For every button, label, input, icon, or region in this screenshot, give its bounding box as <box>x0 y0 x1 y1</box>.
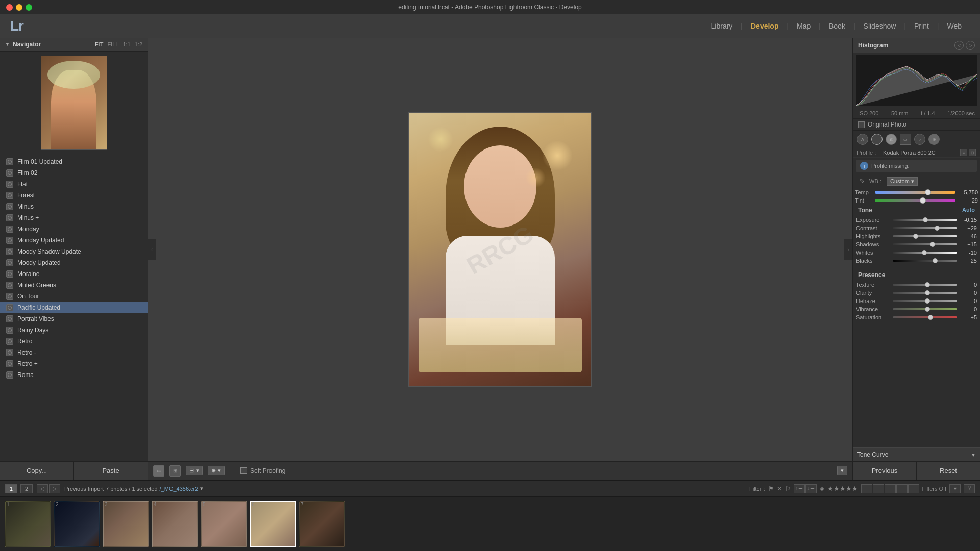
wb-temp-icon[interactable] <box>871 134 883 145</box>
wb-radial-icon[interactable]: ⊙ <box>928 134 940 145</box>
preset-retro[interactable]: Retro <box>0 336 148 347</box>
fit-fit[interactable]: FIT <box>95 41 104 47</box>
nav-map[interactable]: Map <box>789 20 819 32</box>
dehaze-track[interactable] <box>893 300 957 302</box>
preset-pacificupdated[interactable]: Pacific Updated <box>0 302 148 313</box>
filters-dropdown[interactable]: ▾ <box>949 484 961 493</box>
sort-asc[interactable]: ↑☰ <box>794 484 805 493</box>
texture-track[interactable] <box>893 284 957 286</box>
single-view-button[interactable]: ▭ <box>153 465 164 477</box>
preset-portraitvibes[interactable]: Portrait Vibes <box>0 313 148 324</box>
dehaze-thumb[interactable] <box>925 298 930 304</box>
soft-proof-checkbox[interactable] <box>240 467 247 474</box>
maximize-button[interactable] <box>26 4 32 11</box>
film-photo-2[interactable]: 2 <box>54 501 100 547</box>
preset-film02[interactable]: Film 02 <box>0 167 148 179</box>
rating-filter-4[interactable] <box>896 484 908 493</box>
clarity-thumb[interactable] <box>925 290 930 295</box>
exposure-track[interactable] <box>893 219 957 221</box>
highlights-track[interactable] <box>893 235 957 237</box>
nav-library[interactable]: Library <box>703 20 741 32</box>
texture-thumb[interactable] <box>925 282 930 287</box>
original-photo-checkbox[interactable] <box>858 121 865 128</box>
minimize-button[interactable] <box>16 4 22 11</box>
tint-slider-track[interactable] <box>875 199 955 202</box>
histogram-clipping-shadows[interactable]: ◁ <box>954 41 964 50</box>
film-photo-6[interactable]: 6 <box>250 501 296 547</box>
sort-desc[interactable]: ↓☰ <box>805 484 817 493</box>
filter-color-icon[interactable]: ◈ <box>820 485 824 492</box>
fit-1to2[interactable]: 1:2 <box>135 41 142 47</box>
film-photo-4[interactable]: 4 <box>152 501 198 547</box>
rating-filter-5[interactable] <box>908 484 919 493</box>
filter-reject-icon[interactable]: ✕ <box>777 485 782 492</box>
nav-slideshow[interactable]: Slideshow <box>855 20 904 32</box>
blacks-track[interactable] <box>893 260 957 262</box>
wb-bw-icon[interactable]: ◐ <box>886 134 897 145</box>
fit-fill[interactable]: FILL <box>107 41 118 47</box>
preset-film01updated[interactable]: Film 01 Updated <box>0 156 148 167</box>
overlay-dropdown[interactable]: ⊕▾ <box>208 466 225 475</box>
wb-dropdown[interactable]: Custom ▾ <box>887 177 918 186</box>
filter-flag-icon[interactable]: ⚑ <box>768 485 774 492</box>
right-panel-collapse-arrow[interactable]: › <box>844 239 852 260</box>
tone-auto-button[interactable]: Auto <box>962 207 975 214</box>
profile-info-icon[interactable]: ⊡ <box>969 149 976 156</box>
preset-monday[interactable]: Monday <box>0 223 148 235</box>
tint-slider-thumb[interactable] <box>920 197 926 204</box>
filmstrip-toggle[interactable]: ⊻ <box>964 484 975 493</box>
nav-print[interactable]: Print <box>906 20 937 32</box>
film-photo-3[interactable]: 3 <box>103 501 149 547</box>
preset-moraine[interactable]: Moraine <box>0 268 148 280</box>
copy-button[interactable]: Copy... <box>0 462 74 480</box>
preset-ontour[interactable]: On Tour <box>0 291 148 302</box>
saturation-thumb[interactable] <box>928 315 933 320</box>
vibrance-thumb[interactable] <box>925 307 930 312</box>
view-mode-dropdown[interactable]: ⊟▾ <box>186 466 203 475</box>
vibrance-track[interactable] <box>893 308 957 310</box>
exposure-thumb[interactable] <box>923 217 928 222</box>
shadows-track[interactable] <box>893 243 957 245</box>
filter-stars[interactable]: ★★★★★ <box>827 485 858 492</box>
rating-filter-1[interactable] <box>861 484 872 493</box>
film-photo-5[interactable]: 5 <box>201 501 247 547</box>
nav-develop[interactable]: Develop <box>743 20 787 32</box>
fit-1to1[interactable]: 1:1 <box>122 41 130 47</box>
left-panel-collapse-arrow[interactable]: ‹ <box>148 239 156 260</box>
rating-filter-3[interactable] <box>885 484 896 493</box>
preset-retroplus[interactable]: Retro + <box>0 358 148 369</box>
wb-auto-icon[interactable]: A <box>857 134 868 145</box>
wb-eyedropper[interactable]: ✎ <box>857 176 867 186</box>
filmstrip-next-arrow[interactable]: ▷ <box>49 484 60 493</box>
preset-minus[interactable]: Minus <box>0 201 148 212</box>
profile-browse-icon[interactable]: ≡ <box>960 149 967 156</box>
preset-mondayupdated[interactable]: Monday Updated <box>0 235 148 246</box>
contrast-track[interactable] <box>893 227 957 229</box>
whites-track[interactable] <box>893 252 957 254</box>
num-box-2[interactable]: 2 <box>20 484 33 493</box>
shadows-thumb[interactable] <box>930 242 935 247</box>
preset-minusplus[interactable]: Minus + <box>0 212 148 223</box>
reset-button[interactable]: Reset <box>916 462 980 480</box>
preset-mutedgreens[interactable]: Muted Greens <box>0 280 148 291</box>
wb-circle-icon[interactable]: ○ <box>914 134 925 145</box>
film-photo-1[interactable]: 1 <box>5 501 51 547</box>
tone-curve-row[interactable]: Tone Curve ▼ <box>853 447 980 461</box>
saturation-track[interactable] <box>893 316 957 318</box>
nav-web[interactable]: Web <box>939 20 970 32</box>
nav-book[interactable]: Book <box>821 20 853 32</box>
rating-filter-2[interactable] <box>873 484 884 493</box>
preset-rainydays[interactable]: Rainy Days <box>0 324 148 336</box>
clarity-track[interactable] <box>893 292 957 294</box>
histogram-clipping-highlights[interactable]: ▷ <box>966 41 975 50</box>
preset-flat[interactable]: Flat <box>0 179 148 190</box>
preset-moodyshadowupdate[interactable]: Moody Shadow Update <box>0 246 148 257</box>
preset-roma[interactable]: Roma <box>0 369 148 381</box>
temp-slider-thumb[interactable] <box>925 189 931 195</box>
whites-thumb[interactable] <box>922 250 927 255</box>
num-box-1[interactable]: 1 <box>5 484 17 493</box>
close-button[interactable] <box>6 4 13 11</box>
develop-filter-dropdown[interactable]: ▾ <box>837 466 847 475</box>
filter-unflagged-icon[interactable]: ⚐ <box>785 485 791 492</box>
temp-slider-track[interactable] <box>875 191 955 194</box>
